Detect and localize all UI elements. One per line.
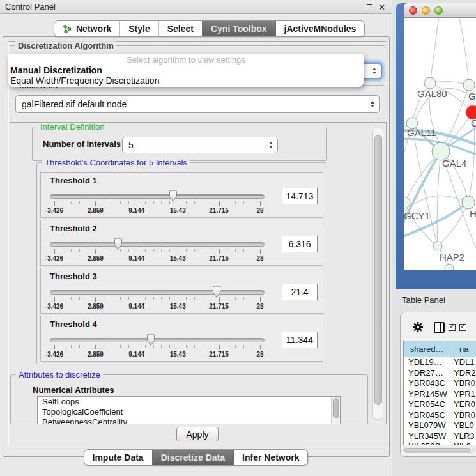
checkbox-icon[interactable]	[459, 324, 466, 331]
table-row[interactable]: YBL079WYBL0	[404, 420, 476, 431]
table-data-combobox[interactable]: galFiltered.sif default node	[15, 95, 380, 113]
network-node-h[interactable]	[462, 196, 475, 209]
slider-tick	[95, 249, 96, 254]
network-canvas[interactable]: GAL80GACGAL11GAL4GCY1HHAP2	[404, 18, 476, 270]
zoom-traffic-light-icon[interactable]	[434, 6, 443, 15]
table-row[interactable]: YIL052CYIL0	[404, 441, 476, 445]
threshold-slider[interactable]: -3.4262.8599.14415.4321.71528	[50, 189, 265, 217]
slider-tick	[153, 297, 154, 300]
table-cell: YIL0	[450, 441, 476, 445]
slider-handle[interactable]	[168, 190, 178, 203]
tab-jactivemnodules[interactable]: jActiveMNodules	[275, 21, 365, 36]
gear-icon[interactable]	[412, 321, 424, 333]
table-cell: YBR0	[450, 410, 476, 421]
network-node-gal80[interactable]	[424, 77, 436, 89]
network-node[interactable]	[445, 264, 454, 270]
slider-track[interactable]	[50, 242, 265, 247]
table-row[interactable]: YLR345WYLR3	[404, 431, 476, 442]
threshold-value-field[interactable]: 14.713	[282, 188, 318, 204]
slider-tick	[219, 249, 220, 254]
table-data-section: Table Data galFiltered.sif default node	[10, 85, 385, 119]
slider-tick	[128, 201, 129, 204]
close-icon[interactable]: ✕	[378, 4, 385, 10]
close-traffic-light-icon[interactable]	[409, 6, 417, 15]
slider-tick	[120, 201, 121, 204]
table-row[interactable]: YBR045CYBR0	[404, 410, 476, 421]
network-node-gcy1[interactable]	[404, 197, 410, 208]
column-header[interactable]: na	[450, 341, 476, 357]
network-node-ga[interactable]	[463, 79, 475, 91]
list-scrollbar[interactable]	[331, 397, 340, 424]
tab-network[interactable]: Network	[54, 21, 119, 36]
slider-tick-label: -3.426	[45, 255, 63, 262]
slider-tick	[186, 249, 187, 252]
node-label: C	[471, 118, 476, 128]
threshold-slider[interactable]: -3.4262.8599.14415.4321.71528	[50, 285, 265, 313]
tab-cyni-toolbox[interactable]: Cyni Toolbox	[202, 21, 275, 36]
slider-tick	[252, 297, 252, 300]
slider-handle[interactable]	[211, 286, 222, 298]
tab-select[interactable]: Select	[158, 21, 202, 36]
mode-tab-discretize-data[interactable]: Discretize Data	[152, 450, 233, 465]
slider-tick-label: -3.426	[45, 303, 63, 310]
slider-tick	[79, 297, 80, 300]
network-node-hap2[interactable]	[433, 242, 442, 250]
numerical-attributes-list[interactable]: SelfLoopsTopologicalCoefficientBetweenne…	[37, 396, 341, 424]
threshold-slider[interactable]: -3.4262.8599.14415.4321.71528	[50, 237, 265, 265]
attribute-item-betweennesscentrality[interactable]: BetweennessCentrality	[38, 417, 331, 424]
node-table[interactable]: shared…na YDL19…YDL1YDR27…YDR2YBR043CYBR…	[403, 341, 476, 445]
float-window-icon[interactable]	[367, 4, 372, 10]
table-cell: YDR27…	[404, 368, 450, 379]
slider-tick	[235, 249, 236, 252]
tab-style[interactable]: Style	[119, 21, 158, 36]
slider-tick-label: 9.144	[128, 207, 144, 214]
num-intervals-combobox[interactable]: 5	[122, 137, 278, 153]
column-header[interactable]: shared…	[404, 341, 450, 357]
threshold-value-field[interactable]: 21.4	[282, 284, 318, 300]
slider-tick	[194, 297, 195, 300]
interval-definition-section: Interval Definition Number of Intervals …	[32, 127, 327, 161]
slider-tick-label: -3.426	[45, 351, 63, 358]
slider-track[interactable]	[50, 338, 265, 342]
network-icon	[63, 24, 72, 34]
dropdown-option-equal-width-frequency[interactable]: Equal Width/Frequency Discretization	[8, 75, 364, 86]
threshold-slider[interactable]: -3.4262.8599.14415.4321.71528	[50, 333, 265, 361]
table-horizontal-scrollbar[interactable]	[403, 447, 475, 453]
mode-tab-impute-data[interactable]: Impute Data	[84, 450, 152, 465]
attribute-item-selfloops[interactable]: SelfLoops	[38, 397, 331, 407]
slider-handle[interactable]	[113, 238, 123, 250]
slider-tick	[95, 201, 96, 206]
mode-tab-infer-network[interactable]: Infer Network	[233, 450, 307, 465]
slider-tick	[235, 201, 236, 204]
node-label: GAL80	[417, 88, 447, 99]
minimize-traffic-light-icon[interactable]	[422, 6, 430, 15]
settings-scrollbar-thumb[interactable]	[374, 135, 382, 405]
table-cell: YDL19…	[404, 357, 450, 368]
table-row[interactable]: YER054CYER0	[404, 399, 476, 410]
slider-tick-label: 21.715	[209, 207, 229, 214]
table-row[interactable]: YDR27…YDR2	[404, 368, 476, 379]
slider-track[interactable]	[50, 290, 265, 295]
table-cell: YLR3	[450, 431, 476, 442]
slider-handle[interactable]	[146, 334, 156, 346]
slider-track[interactable]	[50, 194, 265, 199]
slider-tick	[169, 297, 170, 300]
slider-tick-label: 2.859	[88, 255, 104, 262]
slider-tick-label: 28	[256, 303, 263, 310]
threshold-value-field[interactable]: 6.316	[282, 236, 318, 252]
table-scrollbar-thumb[interactable]	[404, 448, 471, 452]
apply-button[interactable]: Apply	[176, 427, 219, 441]
table-row[interactable]: YDL19…YDL1	[404, 357, 476, 368]
table-row[interactable]: YBR043CYBR0	[404, 378, 476, 389]
dropdown-option-manual-discretization[interactable]: Manual Discretization	[8, 65, 364, 75]
attribute-item-topologicalcoefficient[interactable]: TopologicalCoefficient	[38, 407, 331, 417]
list-scrollbar-thumb[interactable]	[333, 398, 339, 418]
threshold-value-field[interactable]: 11.344	[282, 332, 318, 348]
table-row[interactable]: YPR145WYPR1	[404, 389, 476, 400]
settings-scrollbar[interactable]	[372, 127, 383, 420]
column-layout-icon[interactable]	[434, 322, 445, 333]
slider-tick	[153, 249, 154, 252]
section-title: Interval Definition	[38, 122, 107, 132]
network-window-titlebar[interactable]	[404, 3, 476, 18]
checkbox-icon[interactable]	[449, 324, 456, 331]
